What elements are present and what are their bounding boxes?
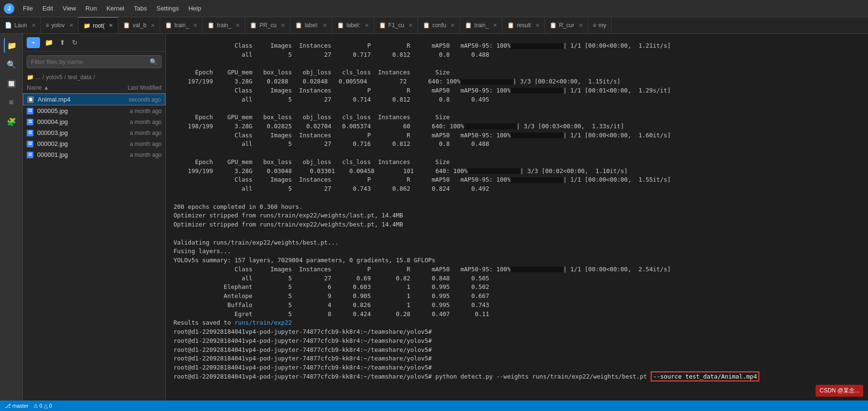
file-name-000003: 000003.jpg [37, 129, 105, 136]
tab-r-cur-close[interactable]: ✕ [579, 22, 583, 29]
tab-confu-label: confu [432, 22, 446, 29]
menu-edit[interactable]: Edit [39, 3, 57, 14]
tab-confu[interactable]: 📋 confu ✕ [418, 17, 460, 34]
tab-launcher-label: Laun [14, 22, 27, 29]
tab-train-1-close[interactable]: ✕ [193, 22, 197, 29]
menu-view[interactable]: View [59, 3, 80, 14]
new-file-button[interactable]: + [27, 37, 40, 48]
tab-my-icon: ≡ [593, 22, 596, 29]
tab-train-2-label: train_ [217, 22, 231, 29]
file-date-animal: seconds ago [109, 96, 161, 103]
search-input[interactable] [27, 56, 146, 68]
menu-kernel[interactable]: Kernel [102, 3, 128, 14]
menu-file[interactable]: File [19, 3, 37, 14]
menu-help[interactable]: Help [184, 3, 205, 14]
terminal[interactable]: Class Images Instances P R mAP50 mAP50-9… [166, 34, 868, 401]
tab-bar: 📄 Laun ✕ ≡ yolov ✕ 📁 root( ✕ 📋 val_b ✕ 📋… [0, 17, 868, 34]
tab-label-2-label: label: [347, 22, 360, 29]
tab-result-close[interactable]: ✕ [535, 22, 540, 29]
content-area: Class Images Instances P R mAP50 mAP50-9… [166, 34, 868, 401]
breadcrumb-yolov5[interactable]: yolov5 [46, 74, 62, 81]
file-date-000005: a month ago [109, 108, 162, 114]
tab-val-b-label: val_b [133, 22, 146, 29]
tab-result-icon: 📋 [507, 22, 514, 29]
activity-bar: 📁 🔍 🔲 ≡ 🧩 [0, 34, 23, 401]
tab-val-b[interactable]: 📋 val_b ✕ [118, 17, 160, 34]
file-name-animal: Animal.mp4 [38, 96, 105, 103]
menu-bar: J File Edit View Run Kernel Tabs Setting… [0, 0, 868, 17]
tab-launcher-close[interactable]: ✕ [31, 22, 36, 29]
file-name-000004: 000004.jpg [37, 118, 105, 125]
file-list-header: Name ▲ Last Modified [23, 82, 165, 93]
tab-f1-cu-close[interactable]: ✕ [408, 22, 413, 29]
activity-puzzle[interactable]: 🧩 [4, 114, 19, 129]
tab-yolov-close[interactable]: ✕ [69, 22, 73, 29]
menu-run[interactable]: Run [82, 3, 101, 14]
tab-r-cur[interactable]: 📋 R_cur ✕ [545, 17, 588, 34]
activity-search[interactable]: 🔍 [4, 57, 19, 72]
tab-train-1[interactable]: 📋 train_ ✕ [160, 17, 203, 34]
file-date-000004: a month ago [109, 119, 162, 125]
csdn-badge: CSDN @某念... [816, 385, 863, 397]
tab-label-1-close[interactable]: ✕ [323, 22, 327, 29]
file-item-000004[interactable]: 🖼 000004.jpg a month ago [23, 116, 165, 127]
refresh-button[interactable]: ↻ [70, 37, 80, 48]
activity-files[interactable]: 📁 [4, 38, 19, 53]
tab-r-cur-label: R_cur [559, 22, 574, 29]
activity-git[interactable]: ≡ [4, 95, 19, 110]
tab-launcher[interactable]: 📄 Laun ✕ [0, 17, 41, 34]
activity-extensions[interactable]: 🔲 [4, 76, 19, 91]
tab-pr-cu-close[interactable]: ✕ [281, 22, 285, 29]
tab-label-1[interactable]: 📋 label: ✕ [290, 17, 332, 34]
file-item-animal-mp4[interactable]: 📄 Animal.mp4 seconds ago [23, 93, 165, 105]
tab-result[interactable]: 📋 result ✕ [502, 17, 544, 34]
tab-f1-cu-label: F1_cu [388, 22, 404, 29]
tab-train-2[interactable]: 📋 train_ ✕ [203, 17, 245, 34]
tab-yolov-label: yolov [51, 22, 65, 29]
tab-pr-cu-icon: 📋 [250, 22, 257, 29]
tab-f1-cu[interactable]: 📋 F1_cu ✕ [374, 17, 418, 34]
tab-yolov[interactable]: ≡ yolov ✕ [41, 17, 79, 34]
tab-confu-close[interactable]: ✕ [450, 22, 455, 29]
file-date-000002: a month ago [109, 141, 162, 147]
tab-train-3-label: train_ [474, 22, 489, 29]
tab-root[interactable]: 📁 root( ✕ [79, 17, 119, 34]
tab-train-3[interactable]: 📋 train_ ✕ [460, 17, 502, 34]
file-item-000005[interactable]: 🖼 000005.jpg a month ago [23, 105, 165, 116]
tab-val-b-icon: 📋 [123, 22, 130, 29]
jpg-icon-5: 🖼 [27, 108, 33, 114]
tab-val-b-close[interactable]: ✕ [151, 22, 155, 29]
breadcrumb-dots[interactable]: ... [36, 74, 41, 81]
name-column-header[interactable]: Name ▲ [27, 84, 109, 91]
sort-icon: ▲ [43, 84, 49, 91]
search-box: 🔍 [27, 55, 162, 68]
file-date-000003: a month ago [109, 130, 162, 136]
file-item-000003[interactable]: 🖼 000003.jpg a month ago [23, 127, 165, 138]
tab-pr-cu-label: PR_cu [259, 22, 276, 29]
file-name-000001: 000001.jpg [37, 151, 105, 158]
sidebar: + 📁 ⬆ ↻ 🔍 📁 ... / yolov5 / test_data / N… [23, 34, 166, 401]
breadcrumb-sep2: / [64, 74, 66, 81]
menu-tabs[interactable]: Tabs [130, 3, 151, 14]
file-item-000001[interactable]: 🖼 000001.jpg a month ago [23, 149, 165, 160]
menu-settings[interactable]: Settings [153, 3, 183, 14]
plus-icon: + [31, 39, 35, 46]
upload-button[interactable]: ⬆ [58, 37, 67, 48]
tab-pr-cu[interactable]: 📋 PR_cu ✕ [245, 17, 290, 34]
new-folder-button[interactable]: 📁 [43, 37, 55, 48]
status-bar: ⎇ master ⚠ 0 △ 0 [0, 401, 868, 411]
tab-root-close[interactable]: ✕ [109, 22, 113, 29]
tab-label-2-close[interactable]: ✕ [365, 22, 369, 29]
tab-root-icon: 📁 [83, 22, 91, 29]
tab-train-2-close[interactable]: ✕ [235, 22, 240, 29]
breadcrumb-test-data[interactable]: test_data [68, 74, 91, 81]
tab-train-1-icon: 📋 [165, 22, 172, 29]
tab-label-2[interactable]: 📋 label: ✕ [332, 17, 374, 34]
tab-label-1-label: label: [305, 22, 318, 29]
tab-train-3-close[interactable]: ✕ [493, 22, 497, 29]
tab-label-1-icon: 📋 [295, 22, 302, 29]
file-item-000002[interactable]: 🖼 000002.jpg a month ago [23, 138, 165, 149]
tab-my[interactable]: ≡ my [588, 17, 612, 34]
main-layout: 📁 🔍 🔲 ≡ 🧩 + 📁 ⬆ ↻ 🔍 📁 ... / yolov5 / tes… [0, 34, 868, 401]
breadcrumb-sep1: / [42, 74, 44, 81]
